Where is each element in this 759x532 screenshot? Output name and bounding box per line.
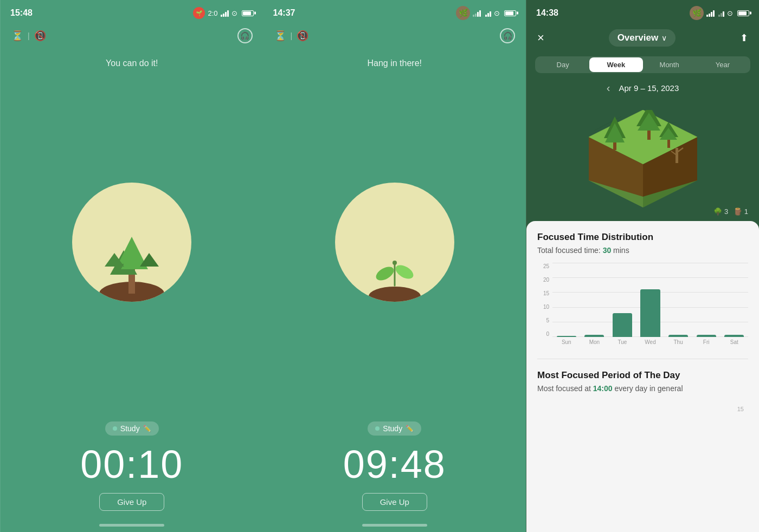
left-icons-1: ⏳ | 📵 <box>11 30 46 42</box>
bar-thu <box>664 335 692 337</box>
panel-3-overview: 14:38 🌿 ⊙ × Overview <box>526 0 759 532</box>
forest-svg <box>562 110 724 207</box>
signal-icon-2b <box>485 9 491 17</box>
bar-tue <box>608 313 636 337</box>
battery-icon-1 <box>242 10 254 16</box>
svg-point-11 <box>393 261 397 265</box>
forest-counter: 🌳 3 🪵 1 <box>713 207 748 216</box>
svg-point-7 <box>369 287 421 302</box>
prev-week-button[interactable]: ‹ <box>607 82 610 94</box>
x-label-sun: Sun <box>552 339 581 350</box>
bar-mon <box>581 335 609 337</box>
x-label-mon: Mon <box>581 339 609 350</box>
date-range-text: Apr 9 – 15, 2023 <box>619 83 679 93</box>
x-label-sat: Sat <box>720 339 748 350</box>
status-icons-3: 🌿 ⊙ <box>690 6 749 20</box>
y-label-20: 20 <box>537 277 549 283</box>
y-label-15: 15 <box>537 290 549 296</box>
headphones-icon-1[interactable]: 🎧 <box>237 28 253 43</box>
edit-icon-2[interactable]: ✏️ <box>406 425 414 432</box>
x-label-wed: Wed <box>636 339 665 350</box>
edit-icon-1[interactable]: ✏️ <box>143 425 151 432</box>
panel-2: 14:37 🌿 ⊙ ⏳ | <box>263 0 526 532</box>
grown-tree-svg-1 <box>88 215 175 302</box>
dead-tree-count: 🪵 1 <box>734 207 748 216</box>
period-tabs: Day Week Month Year <box>535 56 750 73</box>
headphones-icon-2[interactable]: 🎧 <box>500 28 515 43</box>
overview-title: Overview <box>618 33 659 43</box>
wifi-icon-3: ⊙ <box>727 9 733 17</box>
app-bar-1: ⏳ | 📵 🎧 <box>1 24 263 48</box>
separator-1: | <box>28 31 30 40</box>
status-bar-2: 14:37 🌿 ⊙ <box>263 0 526 24</box>
seedling-svg-2 <box>362 237 427 302</box>
focused-time-section: Focused Time Distribution Total focused … <box>537 232 748 350</box>
app-icon-2: 🌿 <box>456 6 470 20</box>
most-focused-text: Most focused at 14:00 every day in gener… <box>537 384 748 393</box>
overview-title-pill[interactable]: Overview ∨ <box>609 29 676 47</box>
most-focused-time: 14:00 <box>593 384 613 393</box>
total-focused-value: 30 <box>603 246 612 255</box>
total-focused-text: Total focused time: 30 mins <box>537 246 748 255</box>
separator-2: | <box>291 31 293 40</box>
bar-sat-fill <box>724 335 744 337</box>
tag-area-1: Study ✏️ <box>1 421 263 436</box>
chevron-down-icon: ∨ <box>661 34 667 42</box>
motivation-text-2: Hang in there! <box>263 59 526 68</box>
status-time-3: 14:38 <box>536 8 558 18</box>
y-label-10: 10 <box>537 304 549 310</box>
most-focused-chart-placeholder: 15 <box>537 401 748 419</box>
divider-1 <box>537 359 748 359</box>
bar-wed <box>636 289 665 337</box>
home-indicator-1 <box>99 524 164 527</box>
y-label-5: 5 <box>537 317 549 323</box>
timer-display-2: 09:48 <box>263 442 526 486</box>
status-time-1: 15:48 <box>10 8 33 18</box>
study-tag-1[interactable]: Study ✏️ <box>105 421 159 436</box>
bar-mon-fill <box>584 335 604 337</box>
home-indicator-2 <box>362 524 427 527</box>
chart-x-labels: Sun Mon Tue Wed Thu Fri Sat <box>552 339 748 350</box>
tree-area-1 <box>1 74 263 411</box>
close-button[interactable]: × <box>537 31 544 45</box>
tree-count: 🌳 3 <box>713 207 728 216</box>
signal-icon-3 <box>706 9 715 17</box>
svg-marker-4 <box>118 237 145 264</box>
app-icon-3: 🌿 <box>690 6 704 20</box>
bar-sun-fill <box>557 336 576 337</box>
tag-text-1: Study <box>120 424 140 433</box>
battery-icon-3 <box>737 10 749 16</box>
tab-day[interactable]: Day <box>536 57 589 72</box>
tab-week[interactable]: Week <box>589 57 642 72</box>
stats-card: Focused Time Distribution Total focused … <box>526 221 759 532</box>
svg-point-10 <box>393 262 415 281</box>
focused-time-title: Focused Time Distribution <box>537 232 748 243</box>
give-up-button-1[interactable]: Give Up <box>99 493 164 511</box>
overview-top-bar: × Overview ∨ ⬆ <box>526 24 759 52</box>
most-focused-section: Most Focused Period of The Day Most focu… <box>537 370 748 419</box>
status-time-2: 14:37 <box>273 8 295 18</box>
status-icons-1: 🌱 2:0 ⊙ <box>193 7 253 19</box>
svg-point-9 <box>374 264 396 283</box>
total-focused-unit: mins <box>613 246 629 255</box>
tab-year[interactable]: Year <box>696 57 749 72</box>
chart-bars <box>552 263 748 337</box>
signal-icon-3b <box>718 9 724 17</box>
study-tag-2[interactable]: Study ✏️ <box>368 421 421 436</box>
y-label-0: 0 <box>537 331 549 337</box>
bar-chart: 0 5 10 15 20 25 <box>537 263 748 350</box>
app-icon-1: 🌱 <box>193 7 205 19</box>
app-bar-2: ⏳ | 📵 🎧 <box>263 24 526 48</box>
y-label-25: 25 <box>537 263 549 269</box>
most-focused-label: Most focused at <box>537 384 591 393</box>
status-icons-2: 🌿 ⊙ <box>456 6 516 20</box>
give-up-button-2[interactable]: Give Up <box>362 493 427 511</box>
tag-text-2: Study <box>383 424 402 433</box>
battery-icon-2 <box>504 10 516 16</box>
left-icons-2: ⏳ | 📵 <box>274 30 309 42</box>
panel-1: 15:48 🌱 2:0 ⊙ ⏳ | 📵 🎧 You can <box>0 0 263 532</box>
forest-visual: 🌳 3 🪵 1 <box>526 96 759 221</box>
signal-icon-2 <box>473 9 481 17</box>
share-button[interactable]: ⬆ <box>740 32 748 44</box>
tab-month[interactable]: Month <box>643 57 696 72</box>
